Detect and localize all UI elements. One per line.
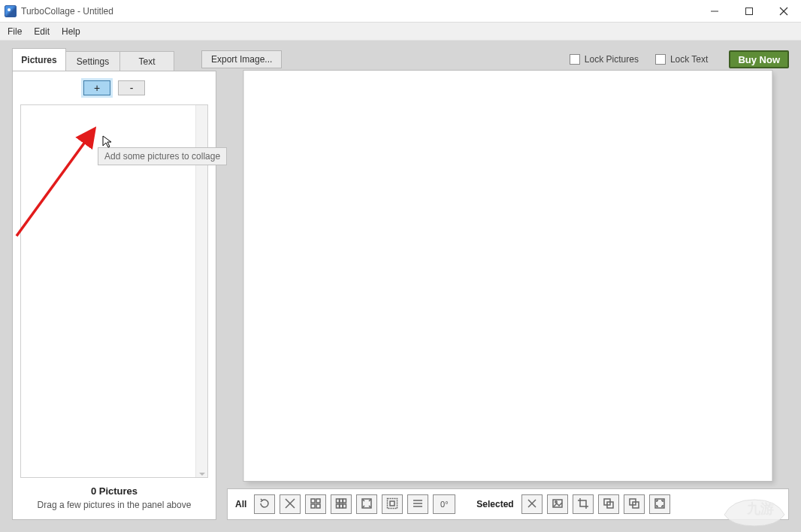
send-back-icon	[603, 497, 615, 512]
workspace: Pictures Settings Text Export Image... L…	[0, 41, 801, 532]
svg-rect-18	[390, 501, 394, 506]
top-row: Pictures Settings Text Export Image... L…	[12, 48, 789, 71]
canvas-holder	[227, 71, 789, 481]
zero-degrees-label: 0°	[440, 500, 449, 509]
tab-strip: Pictures Settings Text	[12, 48, 174, 71]
image-icon	[552, 497, 564, 512]
send-back-button[interactable]	[598, 494, 619, 514]
delete-selected-button[interactable]	[521, 494, 543, 514]
buy-now-button[interactable]: Buy Now	[729, 50, 789, 68]
menu-file[interactable]: File	[3, 24, 29, 39]
tab-text[interactable]: Text	[120, 51, 174, 71]
svg-rect-13	[337, 504, 340, 508]
tab-pictures[interactable]: Pictures	[12, 48, 66, 71]
lock-pictures-label: Lock Pictures	[585, 54, 639, 65]
pictures-hint: Drag a few pictures in the panel above	[20, 500, 208, 510]
svg-rect-15	[343, 504, 346, 508]
svg-rect-11	[340, 499, 343, 503]
shuffle-all-button[interactable]	[280, 494, 301, 514]
remove-picture-button[interactable]: -	[118, 80, 145, 95]
menu-bar: File Edit Help	[0, 23, 801, 41]
lock-text-checkbox[interactable]	[655, 54, 666, 65]
window-controls	[697, 0, 801, 22]
rotate-icon	[258, 497, 271, 512]
svg-rect-14	[340, 504, 343, 508]
zero-degrees-button[interactable]: 0°	[433, 494, 455, 514]
add-picture-tooltip: Add some pictures to collage	[98, 147, 227, 165]
image-selected-button[interactable]	[547, 494, 568, 514]
crop-icon	[577, 497, 589, 512]
main-columns: + - 0 Pictures Drag a few pictures in th…	[12, 71, 789, 520]
collage-canvas[interactable]	[243, 71, 772, 481]
bring-front-button[interactable]	[624, 494, 645, 514]
app-icon	[5, 5, 17, 17]
title-bar: TurboCollage - Untitled	[0, 0, 801, 23]
bring-front-icon	[628, 497, 640, 512]
svg-point-25	[555, 500, 557, 502]
grid-3x2-button[interactable]	[331, 494, 352, 514]
svg-rect-10	[337, 499, 340, 503]
svg-rect-12	[343, 499, 346, 503]
lock-text-label: Lock Text	[670, 54, 708, 65]
svg-rect-6	[311, 499, 315, 503]
add-remove-row: + -	[20, 77, 208, 98]
toolbar-all-label: All	[234, 499, 249, 509]
svg-rect-1	[746, 8, 753, 14]
add-picture-button[interactable]: +	[83, 80, 110, 95]
lock-text-group: Lock Text	[645, 54, 708, 65]
pictures-count: 0 Pictures	[20, 485, 208, 497]
tab-settings[interactable]: Settings	[66, 51, 120, 71]
fullscreen-selected-button[interactable]	[649, 494, 670, 514]
delete-icon	[526, 497, 538, 512]
fit-screen-button[interactable]	[356, 494, 377, 514]
lock-pictures-checkbox[interactable]	[570, 54, 580, 65]
maximize-button[interactable]	[732, 0, 766, 22]
window-title: TurboCollage - Untitled	[21, 6, 113, 17]
toolbar-selected-label: Selected	[475, 499, 516, 509]
bottom-toolbar: All	[227, 488, 789, 520]
grid-2x2-button[interactable]	[305, 494, 326, 514]
right-column: All	[227, 71, 789, 520]
minimize-button[interactable]	[697, 0, 732, 22]
menu-edit[interactable]: Edit	[29, 24, 57, 39]
svg-rect-9	[316, 504, 320, 508]
grid-3x2-icon	[335, 497, 347, 512]
lock-pictures-group: Lock Pictures	[559, 54, 639, 65]
menu-help[interactable]: Help	[57, 24, 88, 39]
shuffle-icon	[284, 497, 296, 512]
export-image-button[interactable]: Export Image...	[201, 50, 282, 68]
align-rows-icon	[412, 497, 424, 512]
grid-2x2-icon	[310, 497, 322, 512]
svg-rect-17	[388, 498, 397, 508]
fit-all-icon	[386, 497, 398, 512]
crop-selected-button[interactable]	[573, 494, 594, 514]
fullscreen-icon	[654, 497, 666, 512]
svg-rect-7	[316, 499, 320, 503]
close-button[interactable]	[766, 0, 801, 22]
pictures-panel: + - 0 Pictures Drag a few pictures in th…	[12, 71, 216, 520]
pictures-caption: 0 Pictures Drag a few pictures in the pa…	[20, 485, 208, 510]
rotate-all-button[interactable]	[254, 494, 275, 514]
fit-all-button[interactable]	[382, 494, 403, 514]
align-rows-button[interactable]	[407, 494, 428, 514]
fit-screen-icon	[361, 497, 373, 512]
svg-rect-8	[311, 504, 315, 508]
